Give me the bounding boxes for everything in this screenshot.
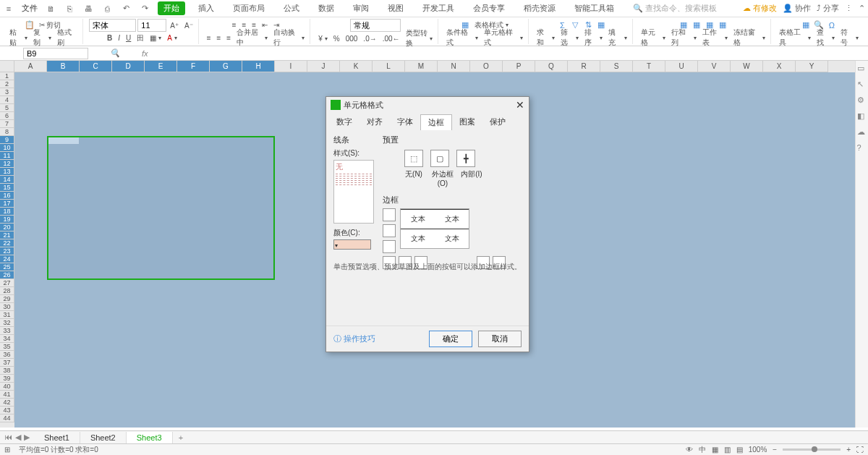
row-header-17[interactable]: 17 bbox=[0, 200, 14, 208]
dialog-tab-align[interactable]: 对齐 bbox=[359, 114, 390, 130]
row-header-36[interactable]: 36 bbox=[0, 351, 14, 359]
dialog-tab-border[interactable]: 边框 bbox=[420, 114, 452, 130]
worksheet-button[interactable]: 工作表 bbox=[700, 27, 730, 48]
number-format-select[interactable] bbox=[350, 19, 401, 32]
align-left-icon[interactable]: ≡ bbox=[205, 33, 213, 43]
row-header-5[interactable]: 5 bbox=[0, 104, 14, 112]
row-header-21[interactable]: 21 bbox=[0, 231, 14, 239]
format-painter-button[interactable]: 格式刷 bbox=[55, 27, 80, 48]
type-convert-button[interactable]: 类型转换 bbox=[404, 27, 435, 49]
fx-label[interactable]: fx bbox=[142, 49, 148, 58]
font-name-select[interactable] bbox=[89, 19, 136, 32]
sp-help-icon[interactable]: ? bbox=[857, 143, 867, 153]
align-right-icon[interactable]: ≡ bbox=[224, 33, 233, 43]
fullscreen-icon[interactable]: ⛶ bbox=[856, 446, 864, 454]
row-header-16[interactable]: 16 bbox=[0, 192, 14, 200]
row-header-41[interactable]: 41 bbox=[0, 391, 14, 399]
row-header-10[interactable]: 10 bbox=[0, 144, 14, 152]
status-mode-icon[interactable]: ⊞ bbox=[4, 446, 10, 454]
cell-style-button[interactable]: 单元格样式 bbox=[482, 27, 525, 48]
row-header-15[interactable]: 15 bbox=[0, 184, 14, 192]
search-input[interactable]: 🔍 查找命令、搜索模板 bbox=[633, 3, 717, 14]
color-picker[interactable] bbox=[333, 239, 371, 250]
tab-smart-tools[interactable]: 智能工具箱 bbox=[569, 1, 620, 15]
print-icon[interactable]: 🖶 bbox=[82, 3, 94, 14]
save-as-icon[interactable]: ⎘ bbox=[64, 3, 75, 14]
view-page-icon[interactable]: ▥ bbox=[724, 446, 731, 454]
sp-select-icon[interactable]: ▭ bbox=[857, 64, 867, 74]
tips-link[interactable]: ⓘ 操作技巧 bbox=[333, 333, 375, 344]
border-top-button[interactable] bbox=[383, 208, 396, 221]
freeze-button[interactable]: 冻结窗格 bbox=[731, 27, 767, 48]
conditional-format-button[interactable]: 条件格式 bbox=[444, 27, 480, 48]
add-sheet-button[interactable]: + bbox=[173, 432, 189, 443]
align-center-icon[interactable]: ≡ bbox=[215, 33, 224, 43]
row-header-29[interactable]: 29 bbox=[0, 295, 14, 303]
col-header-S[interactable]: S bbox=[600, 61, 633, 72]
save-icon[interactable]: 🗎 bbox=[45, 3, 56, 14]
tab-formulas[interactable]: 公式 bbox=[278, 1, 305, 15]
unsaved-indicator[interactable]: ☁ 有修改 bbox=[743, 3, 777, 14]
col-header-R[interactable]: R bbox=[568, 61, 600, 72]
row-header-6[interactable]: 6 bbox=[0, 112, 14, 120]
row-header-3[interactable]: 3 bbox=[0, 88, 14, 96]
row-header-37[interactable]: 37 bbox=[0, 359, 14, 367]
tab-page-layout[interactable]: 页面布局 bbox=[227, 1, 271, 15]
fill-color-button[interactable]: ▦ bbox=[148, 33, 163, 43]
row-header-8[interactable]: 8 bbox=[0, 128, 14, 136]
row-header-40[interactable]: 40 bbox=[0, 383, 14, 391]
decimal-dec-button[interactable]: .00← bbox=[380, 34, 402, 43]
copy-button[interactable]: 复制 bbox=[31, 27, 54, 48]
row-header-24[interactable]: 24 bbox=[0, 255, 14, 263]
merge-center-button[interactable]: 合并居中 bbox=[234, 27, 270, 48]
select-all-corner[interactable] bbox=[0, 61, 14, 72]
row-header-1[interactable]: 1 bbox=[0, 72, 14, 80]
view-normal-icon[interactable]: ▦ bbox=[712, 446, 718, 454]
dialog-tab-pattern[interactable]: 图案 bbox=[452, 114, 482, 130]
cell-button[interactable]: 单元格 bbox=[639, 27, 668, 48]
tab-nav-first-icon[interactable]: ⏮ bbox=[4, 433, 12, 442]
tab-nav-prev-icon[interactable]: ◀ bbox=[15, 433, 21, 442]
symbol-button[interactable]: 符号 bbox=[838, 27, 861, 48]
wrap-text-button[interactable]: 自动换行 bbox=[271, 27, 307, 48]
col-header-V[interactable]: V bbox=[698, 61, 731, 72]
ok-button[interactable]: 确定 bbox=[429, 331, 472, 347]
row-header-43[interactable]: 43 bbox=[0, 407, 14, 414]
row-header-30[interactable]: 30 bbox=[0, 303, 14, 311]
eye-icon[interactable]: 👁 bbox=[686, 446, 693, 454]
filter-button[interactable]: 筛选 bbox=[558, 27, 581, 48]
decrease-font-icon[interactable]: A⁻ bbox=[182, 21, 195, 30]
redo-icon[interactable]: ↷ bbox=[139, 3, 150, 14]
row-header-9[interactable]: 9 bbox=[0, 136, 14, 144]
sort-button[interactable]: 排序 bbox=[582, 27, 605, 48]
col-header-D[interactable]: D bbox=[112, 61, 145, 72]
zoom-in-button[interactable]: + bbox=[846, 446, 851, 454]
row-header-18[interactable]: 18 bbox=[0, 208, 14, 216]
col-header-L[interactable]: L bbox=[373, 61, 405, 72]
row-header-26[interactable]: 26 bbox=[0, 271, 14, 279]
row-header-7[interactable]: 7 bbox=[0, 120, 14, 128]
share-button[interactable]: ⤴ 分享 bbox=[817, 3, 839, 14]
font-color-button[interactable]: A bbox=[165, 33, 179, 43]
row-header-35[interactable]: 35 bbox=[0, 343, 14, 351]
border-bottom-button[interactable] bbox=[383, 240, 396, 253]
col-header-K[interactable]: K bbox=[340, 61, 373, 72]
currency-button[interactable]: ¥ bbox=[316, 34, 330, 43]
row-header-44[interactable]: 44 bbox=[0, 414, 14, 422]
paste-button[interactable]: 粘贴 bbox=[7, 27, 30, 48]
row-header-38[interactable]: 38 bbox=[0, 367, 14, 375]
dialog-titlebar[interactable]: 单元格格式 ✕ bbox=[326, 97, 529, 113]
tab-developer[interactable]: 开发工具 bbox=[417, 1, 460, 15]
zoom-slider[interactable] bbox=[783, 448, 841, 451]
col-header-X[interactable]: X bbox=[763, 61, 796, 72]
row-header-34[interactable]: 34 bbox=[0, 335, 14, 343]
font-size-select[interactable] bbox=[137, 19, 166, 32]
line-style-list[interactable]: 无 bbox=[333, 160, 374, 224]
tab-review[interactable]: 审阅 bbox=[347, 1, 375, 15]
col-header-P[interactable]: P bbox=[503, 61, 535, 72]
sum-button[interactable]: 求和 bbox=[535, 27, 557, 48]
col-header-N[interactable]: N bbox=[438, 61, 470, 72]
more-icon[interactable]: ⋮ bbox=[845, 4, 853, 13]
col-header-B[interactable]: B bbox=[47, 61, 80, 72]
increase-font-icon[interactable]: A⁺ bbox=[168, 21, 181, 30]
